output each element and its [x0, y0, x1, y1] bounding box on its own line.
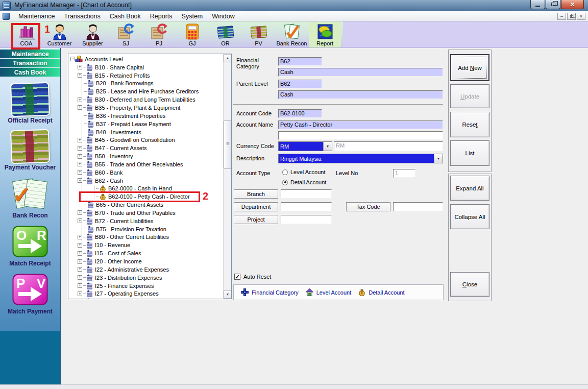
tree-row-b50-inventory[interactable]: +B50 - Inventory: [68, 152, 223, 160]
tree-row-b40-investments[interactable]: B40 - Investments: [68, 128, 223, 136]
expand-icon[interactable]: +: [78, 267, 82, 272]
project-field[interactable]: [281, 215, 332, 224]
branch-field[interactable]: [281, 189, 332, 199]
expand-icon[interactable]: +: [78, 146, 82, 151]
sidebar-section-transaction[interactable]: Transaction: [0, 59, 60, 67]
tree-row-i20-other-income[interactable]: +I20 - Other Income: [68, 257, 223, 265]
expand-icon[interactable]: +: [78, 235, 82, 239]
expand-icon[interactable]: +: [78, 65, 82, 69]
tree-row-b80-other-current-liabilities[interactable]: +B80 - Other Current Liabilities: [68, 233, 223, 241]
expand-icon[interactable]: +: [78, 291, 82, 296]
menu-reports[interactable]: Reports: [145, 12, 177, 21]
tree-row-b36-investment-properties[interactable]: B36 - Investment Properties: [68, 112, 223, 120]
expand-icon[interactable]: +: [78, 259, 82, 264]
expand-all-button[interactable]: Expand All: [450, 176, 489, 201]
department-field[interactable]: [281, 202, 332, 211]
tree-scrollbar[interactable]: ▲ ▼: [223, 54, 231, 299]
minimize-button[interactable]: [530, 0, 545, 9]
close-button[interactable]: ✕: [561, 0, 584, 9]
tree-row-accounts-level[interactable]: −Accounts Level: [68, 55, 223, 63]
tree-row-b60-bank[interactable]: +B60 - Bank: [68, 168, 223, 177]
level-no-field[interactable]: 1: [393, 169, 415, 178]
menu-maintenance[interactable]: Maintenance: [14, 12, 60, 21]
menu-system[interactable]: System: [177, 12, 208, 21]
tree-row-b75-provision-for-taxation[interactable]: B75 - Provision For Taxation: [68, 225, 223, 233]
currency-code-text-field[interactable]: RM: [334, 141, 443, 151]
restore-button[interactable]: [546, 0, 560, 9]
toolbar-gj[interactable]: GJ: [176, 22, 208, 47]
tree-row-b30-deferred-and-long-term-liabilities[interactable]: +B30 - Deferred and Long Term Liabilitie…: [68, 95, 223, 104]
account-code-field[interactable]: B62-0100: [278, 109, 322, 118]
sidebar-section-maintenance[interactable]: Maintenance: [0, 50, 60, 58]
expand-icon[interactable]: +: [78, 154, 82, 159]
expand-icon[interactable]: +: [78, 105, 82, 110]
account-name-field[interactable]: Petty Cash - Director: [278, 120, 443, 129]
expand-icon[interactable]: +: [78, 218, 82, 223]
toolbar-sj[interactable]: SJ: [110, 22, 142, 47]
sidebar-shortcut-match-receipt[interactable]: ORMatch Receipt: [9, 226, 51, 267]
expand-icon[interactable]: +: [78, 210, 82, 215]
expand-icon[interactable]: +: [78, 283, 82, 288]
expand-icon[interactable]: +: [78, 73, 82, 78]
list-button[interactable]: List: [450, 140, 489, 166]
tree-row-b72-current-liabilities[interactable]: +B72 - Current Liabilities: [68, 217, 223, 225]
auto-reset-checkbox[interactable]: ✓ Auto Reset: [234, 274, 271, 280]
scroll-thumb[interactable]: [224, 120, 232, 169]
mdi-minimize-button[interactable]: –: [557, 13, 566, 20]
radio-detail-account[interactable]: Detail Account: [282, 179, 326, 185]
tree-row-i15-cost-of-sales[interactable]: +I15 - Cost of Sales: [68, 249, 223, 257]
expand-icon[interactable]: +: [78, 170, 82, 175]
branch-button[interactable]: Branch: [234, 189, 278, 199]
tree-row-b47-current-assets[interactable]: +B47 - Current Assets: [68, 144, 223, 152]
sidebar-shortcut-bank-recon[interactable]: ✓Bank Recon: [11, 178, 49, 219]
tax-code-button[interactable]: Tax Code: [346, 202, 390, 211]
expand-icon[interactable]: +: [78, 243, 82, 248]
tree-row-b55-trade-and-other-receivables[interactable]: +B55 - Trade and Other Receivables: [68, 160, 223, 168]
expand-icon[interactable]: +: [78, 251, 82, 256]
toolbar-pv[interactable]: PV: [242, 22, 275, 47]
sidebar-shortcut-official-receipt[interactable]: Official Receipt: [8, 84, 52, 124]
close-form-button[interactable]: Close: [450, 272, 489, 297]
tree-row-i22-administrative-expenses[interactable]: +I22 - Administrative Expenses: [68, 265, 223, 274]
mdi-restore-button[interactable]: [567, 13, 576, 20]
tree-row-b20-bank-borrowings[interactable]: B20 - Bank Borrowings: [68, 80, 223, 88]
sidebar-shortcut-payment-voucher[interactable]: Payment Voucher: [5, 131, 56, 171]
add-new-button[interactable]: Add New: [450, 54, 489, 81]
tree-row-b15-retained-profits[interactable]: +B15 - Retained Profits: [68, 71, 223, 80]
radio-level-account[interactable]: Level Account: [282, 169, 326, 175]
account-name-2-field[interactable]: [278, 131, 443, 140]
chevron-down-icon[interactable]: ▼: [323, 142, 332, 151]
tree-row-b62-cash[interactable]: −B62 - Cash: [68, 177, 223, 185]
currency-code-combo[interactable]: RM ▼: [278, 141, 332, 151]
description-combo[interactable]: Ringgit Malaysia ▼: [278, 154, 443, 163]
menu-transactions[interactable]: Transactions: [60, 12, 105, 21]
scroll-down-icon[interactable]: ▼: [224, 290, 232, 299]
chevron-down-icon[interactable]: ▼: [434, 154, 443, 163]
tree-row-i25-finance-expenses[interactable]: +I25 - Finance Expenses: [68, 282, 223, 290]
tree-row-i23-distribution-expenses[interactable]: +I23 - Distribution Expenses: [68, 274, 223, 282]
tree-row-b70-trade-and-other-payables[interactable]: +B70 - Trade and Other Payables: [68, 209, 223, 217]
mdi-close-button[interactable]: ×: [577, 13, 585, 20]
toolbar-bank-recon[interactable]: Bank Recon: [276, 22, 308, 47]
expand-icon[interactable]: +: [78, 98, 82, 102]
sidebar-section-cash-book[interactable]: Cash Book: [0, 68, 60, 77]
tree-row-b45-goodwill-on-consolidation[interactable]: +B45 - Goodwill on Consolidation: [68, 136, 223, 144]
update-button[interactable]: Update: [450, 84, 489, 108]
collapse-icon[interactable]: −: [78, 178, 82, 183]
tax-code-field[interactable]: [393, 202, 443, 211]
menu-cash-book[interactable]: Cash Book: [105, 12, 145, 21]
tree-row-b37-prepaid-lease-payment[interactable]: B37 - Prepaid Lease Payment: [68, 120, 223, 128]
tree-row-b35-property-plant-equipment[interactable]: +B35 - Property, Plant & Equipment: [68, 104, 223, 112]
reset-button[interactable]: Reset: [450, 112, 489, 137]
toolbar-report[interactable]: Report: [309, 22, 341, 47]
tree-row-i10-revenue[interactable]: +I10 - Revenue: [68, 241, 223, 249]
tree-row-partial[interactable]: +: [68, 298, 223, 299]
tree-row-i27-operating-expenses[interactable]: +I27 - Operating Expenses: [68, 289, 223, 298]
expand-icon[interactable]: +: [78, 138, 82, 142]
project-button[interactable]: Project: [234, 215, 278, 224]
sidebar-shortcut-match-payment[interactable]: PVMatch Payment: [8, 274, 53, 315]
collapse-all-button[interactable]: Collapse All: [450, 204, 489, 229]
expand-icon[interactable]: +: [78, 275, 82, 280]
menu-window[interactable]: Window: [207, 12, 239, 21]
tree-row-b10-share-capital[interactable]: +B10 - Share Capital: [68, 63, 223, 71]
